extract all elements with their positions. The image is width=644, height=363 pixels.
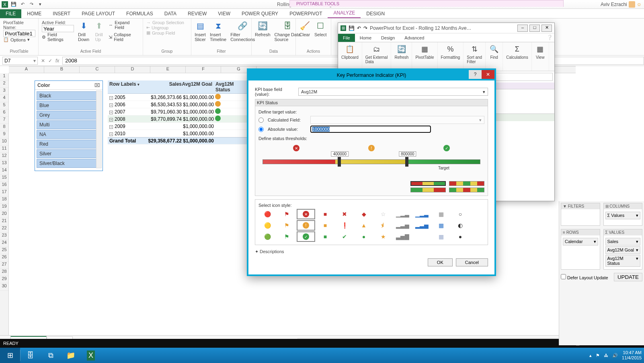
tab-pagelayout[interactable]: PAGE LAYOUT xyxy=(76,9,121,18)
threshold-high-value[interactable]: 800000 xyxy=(399,151,416,157)
icon-sq-green[interactable]: ■ xyxy=(316,232,334,241)
slicer-item[interactable]: Silver xyxy=(37,149,101,158)
pp-view-button[interactable]: ▦View xyxy=(532,42,549,71)
slicer-item[interactable]: Silver/Black xyxy=(37,159,101,168)
collapse-field-button[interactable]: ⇲ Collapse Field xyxy=(109,32,139,42)
rowlabels-filter-icon[interactable]: ▾ xyxy=(137,82,139,87)
tab-view[interactable]: VIEW xyxy=(212,9,236,18)
icon-star-empty[interactable]: ☆ xyxy=(374,209,392,219)
icon-star-full[interactable]: ★ xyxy=(374,232,392,241)
icon-grid-grey[interactable]: ▦ xyxy=(432,209,450,219)
icon-flag-green[interactable]: ⚑ xyxy=(278,232,295,241)
field-avg12m-status[interactable]: Avg12M Status▾ xyxy=(605,255,641,267)
icon-circle-empty[interactable]: ○ xyxy=(451,209,469,219)
taskbar-servermanager-icon[interactable]: 🗄 xyxy=(21,348,41,363)
icon-traffic-yellow[interactable]: 🟡 xyxy=(258,221,276,230)
icon-grid-lite[interactable]: ▦ xyxy=(432,232,450,241)
tab-powerquery[interactable]: POWER QUERY xyxy=(236,9,284,18)
taskbar-explorer-icon[interactable]: 📁 xyxy=(61,348,81,363)
insert-timeline-button[interactable]: ⧗Insert Timeline xyxy=(210,20,226,42)
options-button[interactable]: 📋Options ▾ xyxy=(3,37,35,42)
pp-calculations-button[interactable]: ΣCalculations xyxy=(503,42,531,71)
slicer-item[interactable]: Blue xyxy=(37,101,101,110)
ok-button[interactable]: OK xyxy=(428,258,453,266)
drill-down-button[interactable]: ⬇Drill Down xyxy=(78,20,89,42)
tab-analyze[interactable]: ANALYZE xyxy=(328,8,361,18)
icon-bar-blank[interactable] xyxy=(413,232,431,241)
update-button[interactable]: UPDATE xyxy=(614,273,642,281)
smile-icon[interactable]: ☺ xyxy=(637,2,642,7)
icon-circle-full[interactable]: ● xyxy=(451,232,469,241)
start-button[interactable]: ⊞ xyxy=(0,348,20,363)
avatar[interactable] xyxy=(629,1,635,8)
tray-flag-icon[interactable]: ⚑ xyxy=(596,353,600,358)
qat-customize-icon[interactable]: ▾ xyxy=(37,1,43,8)
slicer-item[interactable]: Black xyxy=(37,91,101,100)
field-avg12m-goal[interactable]: Avg12M Goal▾ xyxy=(605,246,641,254)
palette-ryg[interactable] xyxy=(410,181,446,186)
tab-data[interactable]: DATA xyxy=(159,9,182,18)
tray-network-icon[interactable]: 🖧 xyxy=(604,353,608,358)
tab-file[interactable]: FILE xyxy=(0,9,21,18)
fx-icon[interactable]: fx xyxy=(55,58,59,64)
pp-getdata-button[interactable]: 🗂Get External Data xyxy=(362,42,392,71)
pp-tab-design[interactable]: Design xyxy=(376,34,400,42)
icon-grid-blue[interactable]: ▦ xyxy=(432,221,450,230)
tab-design[interactable]: DESIGN xyxy=(361,9,390,18)
slicer-clear-icon[interactable]: ⌧ xyxy=(94,82,100,88)
kpi-help-button[interactable]: ? xyxy=(469,70,482,79)
kpi-close-button[interactable]: ✕ xyxy=(482,70,494,79)
pp-tab-file[interactable]: File xyxy=(338,34,355,42)
pivot-table[interactable]: Row Labels ▾ Sales Avg12M Goal Avg12M St… xyxy=(108,80,252,144)
pp-tab-advanced[interactable]: Advanced xyxy=(400,34,429,42)
field-sales[interactable]: Sales▾ xyxy=(605,238,641,245)
pp-tab-home[interactable]: Home xyxy=(355,34,376,42)
icon-diamond-red[interactable]: ◆ xyxy=(355,209,373,219)
row-headers[interactable]: 1234567891011121314151617181920212223242… xyxy=(0,73,9,345)
pp-maximize-button[interactable]: □ xyxy=(529,25,540,32)
icon-traffic-green[interactable]: 🟢 xyxy=(258,232,276,241)
kpi-base-select[interactable]: Avg12M▾ xyxy=(298,88,488,96)
absolute-value-input[interactable] xyxy=(310,126,431,133)
palette-gyr2[interactable] xyxy=(449,188,484,192)
pp-save-icon[interactable]: 💾 xyxy=(349,25,355,31)
activefield-input[interactable] xyxy=(42,25,74,32)
pp-refresh-button[interactable]: 🔄Refresh xyxy=(391,42,412,71)
pp-sortfilter-button[interactable]: ⇅Sort and Filter xyxy=(464,42,486,71)
icon-flag-red[interactable]: ⚑ xyxy=(278,209,295,219)
icon-x[interactable]: ✖ xyxy=(336,209,353,219)
tab-review[interactable]: REVIEW xyxy=(182,9,212,18)
expand-icon[interactable]: + xyxy=(109,125,113,129)
tab-home[interactable]: HOME xyxy=(21,9,47,18)
name-box[interactable]: D7▾ xyxy=(2,57,38,65)
icon-circle-half[interactable]: ◐ xyxy=(451,221,469,230)
slicer-scrollbar[interactable] xyxy=(96,91,102,168)
taskbar-excel-icon[interactable]: X xyxy=(81,348,101,363)
threshold-slider[interactable]: ✕ ! ✓ 400000 800000 Target xyxy=(258,145,484,177)
pp-undo-icon[interactable]: ↶ xyxy=(357,25,361,31)
color-slicer[interactable]: Color ⌧ Black Blue Grey Multi NA Red Sil… xyxy=(35,80,103,171)
tab-formulas[interactable]: FORMULAS xyxy=(121,9,159,18)
threshold-handle-low[interactable] xyxy=(338,157,341,167)
accept-formula-icon[interactable]: ✓ xyxy=(48,58,52,64)
threshold-low-value[interactable]: 400000 xyxy=(331,151,349,157)
palette-ryg2[interactable] xyxy=(449,181,484,186)
pp-find-button[interactable]: 🔍Find xyxy=(486,42,503,71)
expand-icon[interactable]: + xyxy=(109,118,113,122)
pivot-name-input[interactable] xyxy=(3,30,35,37)
palette-gyr[interactable] xyxy=(410,188,446,192)
pp-redo-icon[interactable]: ↷ xyxy=(363,25,367,31)
icon-traffic-red[interactable]: 🔴 xyxy=(258,209,276,219)
expand-icon[interactable]: + xyxy=(109,103,113,107)
field-settings-button[interactable]: ⚙Field Settings xyxy=(42,32,74,42)
icon-exclaim-circle[interactable]: ! xyxy=(297,221,315,230)
expand-field-button[interactable]: ↔ Expand Field xyxy=(109,20,139,30)
slicer-item[interactable]: Multi xyxy=(37,120,101,129)
field-calendar[interactable]: Calendar▾ xyxy=(563,238,598,245)
pp-formatting-button[interactable]: %Formatting xyxy=(438,42,464,71)
expand-icon[interactable]: + xyxy=(109,132,113,136)
pp-minimize-button[interactable]: – xyxy=(517,25,528,32)
icon-circle-green[interactable]: ● xyxy=(355,232,373,241)
cancel-button[interactable]: Cancel xyxy=(456,258,488,266)
icon-check-circle[interactable]: ✓ xyxy=(297,232,315,241)
